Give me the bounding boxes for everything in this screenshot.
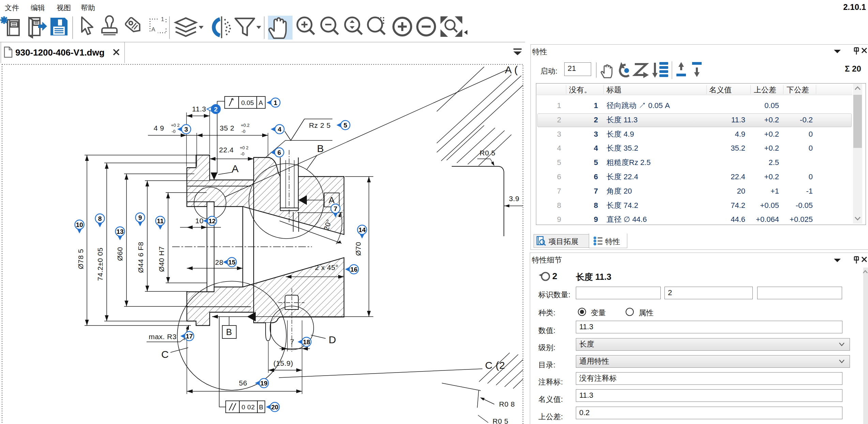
svg-text:10: 10 — [195, 217, 204, 225]
svg-text:Ø44 6 F8: Ø44 6 F8 — [137, 242, 145, 273]
svg-text:C: C — [161, 349, 169, 360]
svg-text:+0 2: +0 2 — [171, 123, 180, 128]
svg-text:B: B — [317, 143, 324, 154]
svg-text:74.2±0 05: 74.2±0 05 — [96, 247, 104, 281]
svg-text:15: 15 — [228, 259, 236, 266]
svg-text:Ø78 5: Ø78 5 — [77, 249, 85, 269]
svg-text:9: 9 — [138, 214, 142, 221]
svg-text:R0 5: R0 5 — [480, 149, 495, 157]
svg-text:B: B — [226, 327, 232, 337]
svg-text:0 02: 0 02 — [242, 404, 255, 411]
svg-text:3: 3 — [184, 126, 188, 133]
svg-text:(15.9): (15.9) — [273, 359, 293, 367]
svg-text:11: 11 — [157, 217, 164, 225]
svg-text:+0 2: +0 2 — [240, 145, 249, 150]
svg-text:20: 20 — [271, 404, 278, 411]
svg-text:R0 8: R0 8 — [499, 400, 515, 408]
svg-text:10: 10 — [76, 221, 83, 228]
svg-text:4: 4 — [278, 126, 282, 133]
svg-text:R0 5: R0 5 — [493, 417, 508, 424]
svg-text:A (: A ( — [505, 64, 518, 75]
svg-text:6: 6 — [278, 149, 281, 156]
svg-text:12: 12 — [208, 217, 215, 225]
svg-text:14: 14 — [358, 226, 366, 233]
svg-text:22.4: 22.4 — [219, 146, 234, 154]
svg-text:35 2: 35 2 — [220, 124, 235, 132]
svg-text:17: 17 — [185, 333, 193, 340]
svg-text:Ø70: Ø70 — [354, 242, 362, 256]
svg-text:2: 2 — [214, 106, 218, 113]
svg-text:7: 7 — [290, 338, 294, 346]
svg-text:3.9: 3.9 — [509, 195, 520, 202]
svg-text:D: D — [329, 334, 336, 345]
svg-text:11.3: 11.3 — [192, 105, 206, 113]
svg-text:-0: -0 — [240, 151, 244, 156]
svg-text:A: A — [232, 163, 239, 174]
svg-text:-0: -0 — [241, 129, 245, 134]
svg-text:56: 56 — [239, 379, 247, 387]
svg-text:18: 18 — [303, 338, 310, 346]
svg-text:Rz 2 5: Rz 2 5 — [309, 121, 331, 129]
svg-text:28: 28 — [215, 258, 223, 266]
svg-text:19: 19 — [260, 380, 267, 387]
svg-text:A: A — [329, 195, 335, 205]
svg-text:2 x 45°: 2 x 45° — [315, 263, 338, 271]
svg-text:8: 8 — [98, 215, 102, 222]
svg-text:7: 7 — [334, 205, 338, 212]
svg-text:4 9: 4 9 — [154, 124, 164, 132]
svg-text:Ø40 H7: Ø40 H7 — [158, 246, 165, 272]
svg-text:A: A — [258, 99, 263, 106]
svg-text:+0.2: +0.2 — [241, 123, 250, 128]
svg-text:max. R3: max. R3 — [149, 333, 177, 340]
svg-text:B: B — [259, 404, 263, 411]
svg-text:16: 16 — [350, 266, 357, 273]
svg-text:13: 13 — [116, 228, 123, 235]
svg-text:0.05: 0.05 — [241, 99, 254, 106]
svg-text:1: 1 — [274, 99, 278, 106]
svg-text:-0: -0 — [171, 129, 176, 134]
svg-text:5: 5 — [344, 122, 347, 129]
svg-text:Ø60: Ø60 — [116, 247, 124, 261]
svg-text:C (2: C (2 — [485, 360, 505, 371]
